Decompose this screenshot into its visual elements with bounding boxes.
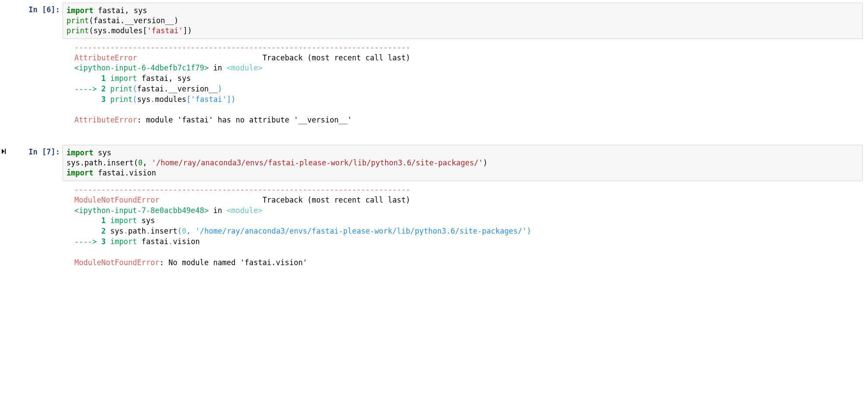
prompt-label: In [6]: bbox=[28, 5, 60, 14]
tb-text: fastai bbox=[137, 237, 168, 246]
code-keyword: import bbox=[66, 168, 93, 177]
output-area: ----------------------------------------… bbox=[0, 40, 868, 131]
tb-string: '/home/ray/anaconda3/envs/fastai-please-… bbox=[195, 227, 526, 235]
code-input[interactable]: import fastai, sys print(fastai.__versio… bbox=[63, 3, 863, 39]
tb-func: print bbox=[106, 95, 133, 104]
tb-paren: ) bbox=[231, 95, 235, 104]
traceback-rule: ----------------------------------------… bbox=[74, 185, 410, 194]
tb-text: fastai, sys bbox=[137, 74, 191, 83]
lineno: 2 bbox=[74, 227, 106, 235]
error-message: : module 'fastai' has no attribute '__ve… bbox=[137, 116, 352, 124]
code-string: 'fastai' bbox=[147, 26, 183, 35]
tb-dot: . bbox=[168, 237, 173, 246]
tb-arrow: ----> bbox=[74, 84, 101, 93]
tb-keyword: import bbox=[106, 216, 137, 225]
tb-paren: ) bbox=[527, 227, 531, 235]
lineno: 1 bbox=[74, 74, 106, 83]
code-text: ]) bbox=[183, 26, 192, 35]
tb-bracket: ] bbox=[227, 95, 231, 104]
input-prompt: In [7]: bbox=[7, 145, 63, 156]
prompt-label: In [7]: bbox=[28, 147, 60, 156]
error-name: AttributeError bbox=[74, 53, 137, 62]
svg-rect-0 bbox=[5, 149, 6, 154]
tb-number: 0 bbox=[182, 227, 186, 235]
error-name-final: ModuleNotFoundError bbox=[74, 258, 159, 267]
error-name: ModuleNotFoundError bbox=[74, 196, 159, 204]
tb-text: sys bbox=[137, 95, 150, 104]
code-input[interactable]: import sys sys.path.insert(0, '/home/ray… bbox=[63, 145, 863, 181]
code-func: print bbox=[66, 16, 89, 25]
code-keyword: import bbox=[66, 6, 93, 15]
code-keyword: import bbox=[66, 148, 93, 157]
tb-text: vision bbox=[173, 237, 200, 246]
error-message: : No module named 'fastai.vision' bbox=[159, 258, 307, 267]
output-content: ----------------------------------------… bbox=[59, 182, 868, 273]
in-word: in bbox=[209, 206, 227, 215]
code-text: sys bbox=[93, 148, 111, 157]
tb-dot: . bbox=[146, 227, 150, 235]
in-word: in bbox=[209, 63, 227, 72]
run-indicator bbox=[0, 3, 7, 6]
error-name-final: AttributeError bbox=[74, 116, 137, 124]
input-prompt: In [6]: bbox=[7, 3, 63, 14]
tb-text: path bbox=[128, 227, 146, 235]
tb-text: fastai.__version__ bbox=[137, 84, 217, 93]
code-string: '/home/ray/anaconda3/envs/fastai-please-… bbox=[152, 158, 483, 167]
output-content: ----------------------------------------… bbox=[59, 40, 868, 131]
tb-comma: , bbox=[186, 227, 191, 235]
tb-paren: ( bbox=[133, 84, 137, 93]
tb-string: 'fastai' bbox=[191, 95, 227, 104]
tb-paren: ) bbox=[218, 84, 222, 93]
traceback-label: Traceback (most recent call last) bbox=[262, 196, 410, 204]
tb-paren: ( bbox=[133, 95, 137, 104]
code-text: sys.path.insert( bbox=[66, 158, 138, 167]
tb-keyword: import bbox=[106, 237, 137, 246]
code-text: fastai, sys bbox=[93, 6, 147, 15]
tb-text bbox=[191, 227, 195, 235]
tb-paren: ( bbox=[177, 227, 182, 235]
cell-spacer bbox=[0, 131, 868, 142]
traceback-label: Traceback (most recent call last) bbox=[262, 53, 410, 62]
code-text: fastai.__version__) bbox=[93, 16, 178, 25]
code-text: fastai.vision bbox=[93, 168, 156, 177]
ipython-location: <ipython-input-6-4dbefb7c1f79> bbox=[74, 63, 209, 72]
code-text: , bbox=[143, 158, 151, 167]
tb-text: sys bbox=[137, 216, 155, 225]
tb-dot: . bbox=[150, 95, 155, 104]
tb-text: insert bbox=[150, 227, 177, 235]
tb-keyword: import bbox=[106, 74, 137, 83]
tb-text: sys bbox=[106, 227, 124, 235]
tb-func: print bbox=[106, 84, 133, 93]
lineno: 2 bbox=[101, 84, 105, 93]
lineno: 1 bbox=[74, 216, 106, 225]
code-text: ( bbox=[89, 16, 93, 25]
module-word: <module> bbox=[227, 206, 262, 215]
notebook-cell: In [6]: import fastai, sys print(fastai.… bbox=[0, 0, 868, 39]
tb-text: modules bbox=[155, 95, 186, 104]
code-func: print bbox=[66, 26, 89, 35]
code-number: 0 bbox=[138, 158, 143, 167]
code-text: (sys.modules[ bbox=[89, 26, 147, 35]
module-word: <module> bbox=[227, 63, 262, 72]
ipython-location: <ipython-input-7-8e0acbb49e48> bbox=[74, 206, 209, 215]
traceback-rule: ----------------------------------------… bbox=[74, 43, 410, 52]
output-area: ----------------------------------------… bbox=[0, 182, 868, 273]
code-text: ) bbox=[483, 158, 487, 167]
notebook-cell: In [7]: import sys sys.path.insert(0, '/… bbox=[0, 142, 868, 181]
tb-dot: . bbox=[124, 227, 128, 235]
run-indicator-icon[interactable] bbox=[0, 145, 7, 155]
lineno: 3 bbox=[101, 237, 105, 246]
tb-bracket: [ bbox=[186, 95, 191, 104]
lineno: 3 bbox=[74, 95, 106, 104]
tb-arrow: ----> bbox=[74, 237, 101, 246]
